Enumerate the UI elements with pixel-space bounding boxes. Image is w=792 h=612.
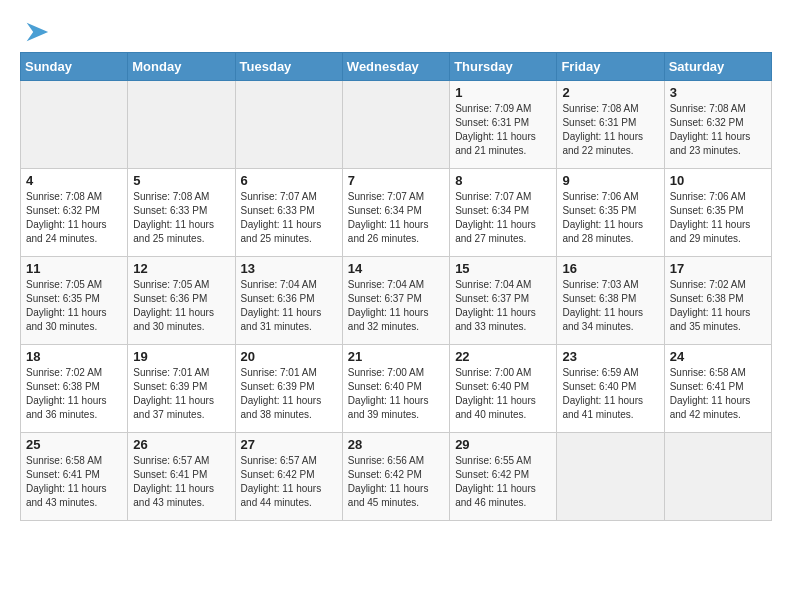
calendar-page: SundayMondayTuesdayWednesdayThursdayFrid… xyxy=(0,0,792,531)
day-info: Sunrise: 6:58 AM Sunset: 6:41 PM Dayligh… xyxy=(26,454,122,510)
day-number: 12 xyxy=(133,261,229,276)
calendar-cell: 2Sunrise: 7:08 AM Sunset: 6:31 PM Daylig… xyxy=(557,81,664,169)
weekday-header-thursday: Thursday xyxy=(450,53,557,81)
calendar-cell: 24Sunrise: 6:58 AM Sunset: 6:41 PM Dayli… xyxy=(664,345,771,433)
day-number: 10 xyxy=(670,173,766,188)
day-number: 16 xyxy=(562,261,658,276)
calendar-cell: 8Sunrise: 7:07 AM Sunset: 6:34 PM Daylig… xyxy=(450,169,557,257)
day-number: 22 xyxy=(455,349,551,364)
day-number: 9 xyxy=(562,173,658,188)
day-number: 8 xyxy=(455,173,551,188)
day-number: 29 xyxy=(455,437,551,452)
day-info: Sunrise: 6:58 AM Sunset: 6:41 PM Dayligh… xyxy=(670,366,766,422)
weekday-header-saturday: Saturday xyxy=(664,53,771,81)
day-number: 15 xyxy=(455,261,551,276)
day-number: 18 xyxy=(26,349,122,364)
day-info: Sunrise: 6:57 AM Sunset: 6:42 PM Dayligh… xyxy=(241,454,337,510)
day-number: 2 xyxy=(562,85,658,100)
calendar-cell: 23Sunrise: 6:59 AM Sunset: 6:40 PM Dayli… xyxy=(557,345,664,433)
weekday-header-tuesday: Tuesday xyxy=(235,53,342,81)
day-number: 1 xyxy=(455,85,551,100)
day-number: 28 xyxy=(348,437,444,452)
calendar-cell: 9Sunrise: 7:06 AM Sunset: 6:35 PM Daylig… xyxy=(557,169,664,257)
calendar-cell xyxy=(664,433,771,521)
logo-icon xyxy=(22,18,50,46)
day-number: 21 xyxy=(348,349,444,364)
calendar-cell: 5Sunrise: 7:08 AM Sunset: 6:33 PM Daylig… xyxy=(128,169,235,257)
day-info: Sunrise: 7:02 AM Sunset: 6:38 PM Dayligh… xyxy=(670,278,766,334)
day-info: Sunrise: 7:05 AM Sunset: 6:36 PM Dayligh… xyxy=(133,278,229,334)
day-number: 13 xyxy=(241,261,337,276)
calendar-cell xyxy=(21,81,128,169)
day-number: 3 xyxy=(670,85,766,100)
calendar-week-row: 18Sunrise: 7:02 AM Sunset: 6:38 PM Dayli… xyxy=(21,345,772,433)
calendar-cell: 14Sunrise: 7:04 AM Sunset: 6:37 PM Dayli… xyxy=(342,257,449,345)
day-info: Sunrise: 7:00 AM Sunset: 6:40 PM Dayligh… xyxy=(348,366,444,422)
day-number: 25 xyxy=(26,437,122,452)
calendar-cell: 12Sunrise: 7:05 AM Sunset: 6:36 PM Dayli… xyxy=(128,257,235,345)
day-info: Sunrise: 7:01 AM Sunset: 6:39 PM Dayligh… xyxy=(133,366,229,422)
calendar-cell: 27Sunrise: 6:57 AM Sunset: 6:42 PM Dayli… xyxy=(235,433,342,521)
day-number: 5 xyxy=(133,173,229,188)
day-number: 6 xyxy=(241,173,337,188)
day-number: 11 xyxy=(26,261,122,276)
calendar-cell: 26Sunrise: 6:57 AM Sunset: 6:41 PM Dayli… xyxy=(128,433,235,521)
calendar-cell: 13Sunrise: 7:04 AM Sunset: 6:36 PM Dayli… xyxy=(235,257,342,345)
day-info: Sunrise: 7:08 AM Sunset: 6:31 PM Dayligh… xyxy=(562,102,658,158)
day-info: Sunrise: 7:06 AM Sunset: 6:35 PM Dayligh… xyxy=(670,190,766,246)
calendar-cell: 7Sunrise: 7:07 AM Sunset: 6:34 PM Daylig… xyxy=(342,169,449,257)
day-info: Sunrise: 7:02 AM Sunset: 6:38 PM Dayligh… xyxy=(26,366,122,422)
logo xyxy=(20,18,50,42)
day-info: Sunrise: 7:05 AM Sunset: 6:35 PM Dayligh… xyxy=(26,278,122,334)
calendar-week-row: 1Sunrise: 7:09 AM Sunset: 6:31 PM Daylig… xyxy=(21,81,772,169)
calendar-table: SundayMondayTuesdayWednesdayThursdayFrid… xyxy=(20,52,772,521)
day-number: 7 xyxy=(348,173,444,188)
day-info: Sunrise: 7:04 AM Sunset: 6:37 PM Dayligh… xyxy=(455,278,551,334)
calendar-cell: 3Sunrise: 7:08 AM Sunset: 6:32 PM Daylig… xyxy=(664,81,771,169)
calendar-cell: 6Sunrise: 7:07 AM Sunset: 6:33 PM Daylig… xyxy=(235,169,342,257)
day-info: Sunrise: 7:08 AM Sunset: 6:32 PM Dayligh… xyxy=(670,102,766,158)
calendar-cell: 11Sunrise: 7:05 AM Sunset: 6:35 PM Dayli… xyxy=(21,257,128,345)
day-info: Sunrise: 7:07 AM Sunset: 6:33 PM Dayligh… xyxy=(241,190,337,246)
weekday-header-row: SundayMondayTuesdayWednesdayThursdayFrid… xyxy=(21,53,772,81)
calendar-cell: 20Sunrise: 7:01 AM Sunset: 6:39 PM Dayli… xyxy=(235,345,342,433)
header xyxy=(20,18,772,42)
day-info: Sunrise: 6:56 AM Sunset: 6:42 PM Dayligh… xyxy=(348,454,444,510)
calendar-cell: 19Sunrise: 7:01 AM Sunset: 6:39 PM Dayli… xyxy=(128,345,235,433)
calendar-cell: 29Sunrise: 6:55 AM Sunset: 6:42 PM Dayli… xyxy=(450,433,557,521)
day-info: Sunrise: 6:55 AM Sunset: 6:42 PM Dayligh… xyxy=(455,454,551,510)
calendar-cell: 16Sunrise: 7:03 AM Sunset: 6:38 PM Dayli… xyxy=(557,257,664,345)
calendar-week-row: 25Sunrise: 6:58 AM Sunset: 6:41 PM Dayli… xyxy=(21,433,772,521)
weekday-header-sunday: Sunday xyxy=(21,53,128,81)
day-info: Sunrise: 7:04 AM Sunset: 6:37 PM Dayligh… xyxy=(348,278,444,334)
day-info: Sunrise: 7:08 AM Sunset: 6:32 PM Dayligh… xyxy=(26,190,122,246)
day-info: Sunrise: 7:03 AM Sunset: 6:38 PM Dayligh… xyxy=(562,278,658,334)
calendar-cell: 25Sunrise: 6:58 AM Sunset: 6:41 PM Dayli… xyxy=(21,433,128,521)
calendar-week-row: 11Sunrise: 7:05 AM Sunset: 6:35 PM Dayli… xyxy=(21,257,772,345)
svg-marker-0 xyxy=(27,23,48,42)
day-info: Sunrise: 6:57 AM Sunset: 6:41 PM Dayligh… xyxy=(133,454,229,510)
calendar-cell: 28Sunrise: 6:56 AM Sunset: 6:42 PM Dayli… xyxy=(342,433,449,521)
day-number: 24 xyxy=(670,349,766,364)
day-number: 20 xyxy=(241,349,337,364)
day-number: 26 xyxy=(133,437,229,452)
day-number: 23 xyxy=(562,349,658,364)
calendar-cell xyxy=(128,81,235,169)
calendar-cell xyxy=(235,81,342,169)
calendar-cell xyxy=(557,433,664,521)
calendar-cell: 15Sunrise: 7:04 AM Sunset: 6:37 PM Dayli… xyxy=(450,257,557,345)
weekday-header-friday: Friday xyxy=(557,53,664,81)
calendar-cell: 1Sunrise: 7:09 AM Sunset: 6:31 PM Daylig… xyxy=(450,81,557,169)
day-info: Sunrise: 7:07 AM Sunset: 6:34 PM Dayligh… xyxy=(455,190,551,246)
day-info: Sunrise: 7:08 AM Sunset: 6:33 PM Dayligh… xyxy=(133,190,229,246)
day-info: Sunrise: 7:04 AM Sunset: 6:36 PM Dayligh… xyxy=(241,278,337,334)
calendar-cell: 10Sunrise: 7:06 AM Sunset: 6:35 PM Dayli… xyxy=(664,169,771,257)
day-info: Sunrise: 7:07 AM Sunset: 6:34 PM Dayligh… xyxy=(348,190,444,246)
calendar-week-row: 4Sunrise: 7:08 AM Sunset: 6:32 PM Daylig… xyxy=(21,169,772,257)
day-info: Sunrise: 7:06 AM Sunset: 6:35 PM Dayligh… xyxy=(562,190,658,246)
calendar-cell: 18Sunrise: 7:02 AM Sunset: 6:38 PM Dayli… xyxy=(21,345,128,433)
calendar-cell: 4Sunrise: 7:08 AM Sunset: 6:32 PM Daylig… xyxy=(21,169,128,257)
weekday-header-monday: Monday xyxy=(128,53,235,81)
day-number: 4 xyxy=(26,173,122,188)
day-info: Sunrise: 7:00 AM Sunset: 6:40 PM Dayligh… xyxy=(455,366,551,422)
